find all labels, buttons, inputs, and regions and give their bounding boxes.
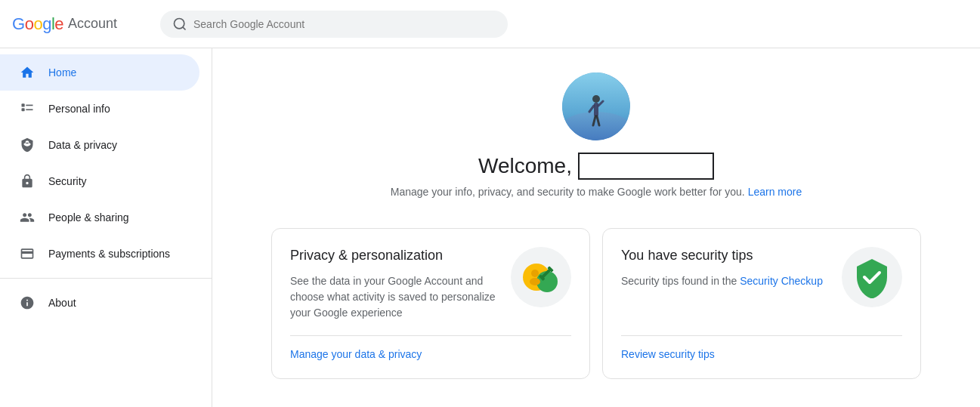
home-icon [18, 63, 36, 82]
privacy-card-link[interactable]: Manage your data & privacy [290, 335, 571, 360]
welcome-text: Welcome, [478, 153, 714, 180]
payment-icon [18, 245, 36, 263]
security-icon-container [842, 247, 902, 307]
sidebar-divider [0, 278, 212, 279]
sidebar-item-data-privacy-label: Data & privacy [48, 139, 117, 151]
sidebar-item-people-sharing[interactable]: People & sharing [0, 199, 199, 236]
svg-point-10 [592, 95, 600, 103]
sidebar-item-security[interactable]: Security [0, 163, 199, 199]
svg-line-1 [183, 26, 186, 29]
sidebar-item-people-sharing-label: People & sharing [48, 211, 129, 224]
profile-section: Welcome, Manage your info, privacy, and … [391, 72, 802, 198]
sidebar-item-data-privacy[interactable]: Data & privacy [0, 127, 199, 163]
main-content: Welcome, Manage your info, privacy, and … [212, 48, 980, 407]
people-icon [18, 208, 36, 227]
main-layout: Home Personal info Data & privacy Securi… [0, 48, 980, 407]
sidebar-item-payments-label: Payments & subscriptions [48, 248, 170, 260]
svg-rect-4 [22, 108, 25, 111]
avatar [562, 72, 630, 140]
cards-row: Privacy & personalization See the data i… [271, 228, 921, 379]
security-card-top: You have security tips Security tips fou… [621, 247, 902, 307]
svg-rect-11 [594, 103, 598, 116]
security-shield-icon [851, 256, 893, 298]
subtitle-text: Manage your info, privacy, and security … [391, 186, 745, 198]
search-icon [172, 17, 187, 32]
search-input[interactable] [193, 18, 496, 30]
welcome-label: Welcome, [478, 154, 572, 178]
svg-point-19 [530, 278, 540, 285]
sidebar-item-home-label: Home [48, 66, 76, 79]
sidebar-item-about[interactable]: About [0, 285, 199, 321]
sidebar-item-about-label: About [48, 297, 76, 309]
name-box [578, 153, 714, 180]
privacy-personalization-icon [518, 254, 564, 300]
privacy-icon [18, 136, 36, 154]
privacy-card-desc: See the data in your Google Account and … [290, 273, 499, 321]
security-checkup-link[interactable]: Security Checkup [740, 275, 823, 287]
sidebar-item-personal-info-label: Personal info [48, 103, 110, 115]
security-card-link[interactable]: Review security tips [621, 335, 902, 360]
privacy-icon-container [511, 247, 571, 307]
learn-more-link[interactable]: Learn more [748, 186, 802, 198]
sidebar-item-security-label: Security [48, 175, 87, 187]
sidebar-item-payments[interactable]: Payments & subscriptions [0, 236, 199, 272]
search-bar[interactable] [160, 11, 508, 38]
privacy-card-title: Privacy & personalization [290, 247, 499, 264]
person-icon [18, 100, 36, 118]
subtitle: Manage your info, privacy, and security … [391, 186, 802, 198]
svg-rect-3 [22, 103, 25, 106]
lock-icon [18, 172, 36, 190]
sidebar-item-personal-info[interactable]: Personal info [0, 91, 199, 127]
security-card: You have security tips Security tips fou… [602, 228, 921, 379]
security-card-desc: Security tips found in the Security Chec… [621, 273, 830, 289]
info-icon [18, 294, 36, 312]
security-card-title: You have security tips [621, 247, 830, 264]
privacy-card: Privacy & personalization See the data i… [271, 228, 590, 379]
logo-account-text: Account [68, 16, 117, 32]
svg-point-0 [175, 18, 184, 28]
avatar-image [562, 72, 630, 140]
sidebar: Home Personal info Data & privacy Securi… [0, 48, 212, 407]
header: Google Account [0, 0, 980, 48]
security-desc-prefix: Security tips found in the [621, 275, 737, 287]
logo-area: Google Account [12, 14, 148, 34]
sidebar-item-home[interactable]: Home [0, 54, 199, 91]
svg-point-18 [531, 270, 539, 277]
privacy-card-text: Privacy & personalization See the data i… [290, 247, 499, 321]
security-card-text: You have security tips Security tips fou… [621, 247, 830, 289]
google-logo: Google [12, 14, 63, 34]
privacy-card-top: Privacy & personalization See the data i… [290, 247, 571, 321]
